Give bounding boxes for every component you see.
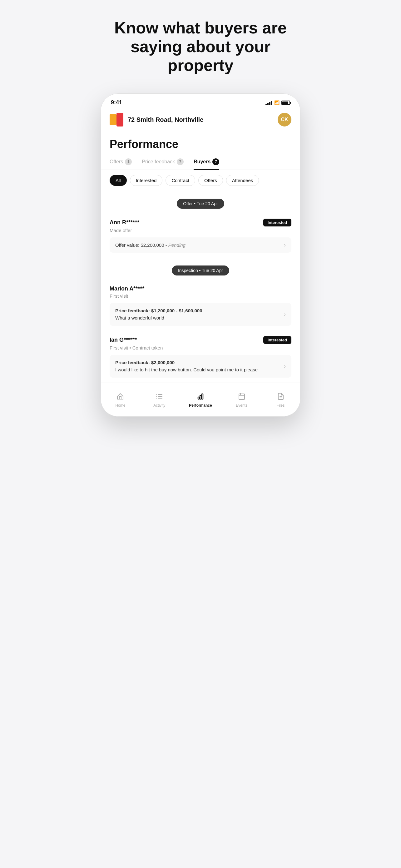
feedback-row-2[interactable]: Price feedback: $1,200,000 - $1,600,000 …	[110, 303, 291, 326]
avatar[interactable]: CK	[278, 113, 291, 126]
filter-attendees[interactable]: Attendees	[226, 175, 259, 186]
activity-icon	[156, 393, 163, 402]
buyer-card-3-header: Ian G****** Interested	[110, 336, 291, 344]
hero-title: Know what buyers are saying about your p…	[107, 19, 294, 75]
buyer-sub-1: Made offer	[110, 228, 291, 233]
date-divider-2: Inspection • Tue 20 Apr	[101, 258, 300, 280]
buyer-card-1-header: Ann R****** Interested	[110, 219, 291, 226]
tab-buyers-label: Buyers	[194, 159, 211, 165]
date-badge-2: Inspection • Tue 20 Apr	[172, 266, 229, 276]
property-name: 72 Smith Road, Northville	[128, 116, 203, 123]
tab-price-feedback-badge: 7	[177, 158, 184, 165]
nav-files[interactable]: Files	[271, 393, 290, 408]
nav-files-label: Files	[277, 403, 284, 408]
filter-row: All Interested Contract Offers Attendees	[101, 170, 300, 191]
home-icon	[117, 393, 124, 402]
buyer-name-3: Ian G******	[110, 337, 137, 343]
tabs-row: Offers 1 Price feedback 7 Buyers 7	[101, 154, 300, 170]
svg-rect-8	[202, 394, 203, 399]
buyer-sub-3: First visit • Contract taken	[110, 345, 291, 350]
buyer-card-1: Ann R****** Interested Made offer Offer …	[101, 214, 300, 258]
nav-events[interactable]: Events	[233, 393, 251, 408]
chevron-right-icon-3: ›	[284, 363, 286, 370]
files-icon	[277, 393, 284, 402]
svg-rect-7	[200, 396, 201, 399]
tab-offers-badge: 1	[125, 158, 132, 165]
buyer-card-2-header: Marlon A*****	[110, 285, 291, 292]
app-header: 72 Smith Road, Northville CK	[101, 109, 300, 131]
buyer-badge-3: Interested	[263, 336, 291, 344]
wifi-icon: 📶	[274, 100, 279, 105]
content-area: Offer • Tue 20 Apr Ann R****** Intereste…	[101, 191, 300, 383]
battery-icon	[281, 100, 290, 105]
date-badge-1: Offer • Tue 20 Apr	[177, 199, 224, 209]
tab-price-feedback[interactable]: Price feedback 7	[142, 154, 184, 169]
tab-offers[interactable]: Offers 1	[110, 154, 132, 169]
feedback-text-3: Price feedback: $2,000,000 I would like …	[115, 359, 284, 373]
buyer-card-2: Marlon A***** First visit Price feedback…	[101, 280, 300, 331]
tab-offers-label: Offers	[110, 159, 123, 165]
status-time: 9:41	[111, 99, 122, 106]
offer-row-1[interactable]: Offer value: $2,200,000 - Pending ›	[110, 237, 291, 253]
tab-buyers[interactable]: Buyers 7	[194, 154, 219, 169]
status-bar: 9:41 📶	[101, 94, 300, 109]
bottom-nav: Home Activity	[101, 388, 300, 416]
filter-contract[interactable]: Contract	[165, 175, 195, 186]
page-title: Performance	[101, 131, 300, 154]
chevron-right-icon-2: ›	[284, 311, 286, 318]
events-icon	[238, 393, 245, 402]
phone-mockup: 9:41 📶 72 Smith	[100, 93, 301, 417]
filter-all[interactable]: All	[110, 175, 127, 186]
buyer-name-2: Marlon A*****	[110, 285, 144, 292]
nav-home[interactable]: Home	[111, 393, 130, 408]
nav-activity-label: Activity	[153, 403, 165, 408]
buyer-badge-1: Interested	[263, 219, 291, 226]
tab-buyers-badge: 7	[212, 158, 219, 165]
filter-interested[interactable]: Interested	[130, 175, 163, 186]
nav-events-label: Events	[236, 403, 247, 408]
buyer-name-1: Ann R******	[110, 219, 139, 226]
offer-text-1: Offer value: $2,200,000 - Pending	[115, 242, 186, 248]
chevron-right-icon-1: ›	[284, 242, 286, 248]
nav-home-label: Home	[115, 403, 125, 408]
date-divider-1: Offer • Tue 20 Apr	[101, 191, 300, 214]
app-logo	[110, 113, 123, 126]
buyer-card-3: Ian G****** Interested First visit • Con…	[101, 331, 300, 383]
signal-icon	[266, 100, 272, 105]
nav-performance-label: Performance	[189, 403, 212, 408]
app-logo-area: 72 Smith Road, Northville	[110, 113, 203, 126]
feedback-row-3[interactable]: Price feedback: $2,000,000 I would like …	[110, 355, 291, 378]
svg-rect-9	[239, 394, 245, 400]
nav-activity[interactable]: Activity	[150, 393, 168, 408]
feedback-text-2: Price feedback: $1,200,000 - $1,600,000 …	[115, 307, 284, 321]
tab-price-feedback-label: Price feedback	[142, 159, 175, 165]
svg-rect-6	[198, 397, 199, 399]
buyer-sub-2: First visit	[110, 293, 291, 299]
status-icons: 📶	[266, 100, 290, 105]
nav-performance[interactable]: Performance	[189, 393, 212, 408]
filter-offers[interactable]: Offers	[198, 175, 223, 186]
performance-icon	[197, 393, 204, 402]
